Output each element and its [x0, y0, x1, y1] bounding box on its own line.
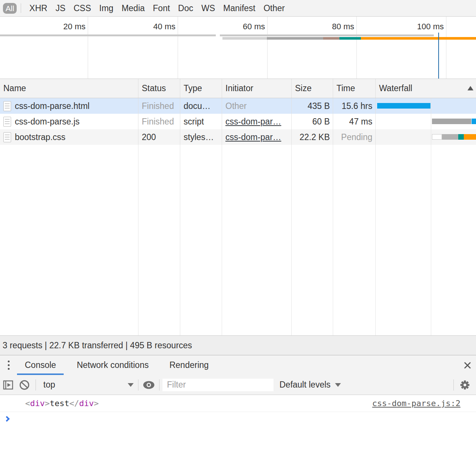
- toolbar-separator: [36, 379, 36, 391]
- filter-media[interactable]: Media: [117, 3, 149, 13]
- overview-phase-lane: [0, 17, 476, 79]
- console-prompt[interactable]: [0, 412, 476, 428]
- close-drawer-button[interactable]: [462, 360, 473, 371]
- waterfall-bar-segment: [432, 134, 442, 140]
- chevron-down-icon: [335, 383, 341, 387]
- more-tools-menu-icon[interactable]: [0, 355, 17, 375]
- network-filter-bar: All XHR JS CSS Img Media Font Doc WS Man…: [0, 0, 476, 17]
- request-size: 60 B: [292, 114, 333, 129]
- stylesheet-file-icon: [3, 132, 11, 142]
- sort-ascending-icon: [467, 86, 473, 90]
- request-row-css-dom-parse-js[interactable]: css-dom-parse.js Finished script css-dom…: [0, 114, 476, 129]
- waterfall-bar-segment: [323, 37, 339, 40]
- network-summary-bar: 3 requests | 22.7 KB transferred | 495 B…: [0, 335, 476, 355]
- filter-img[interactable]: Img: [95, 3, 117, 13]
- summary-text: 3 requests | 22.7 KB transferred | 495 B…: [3, 341, 192, 351]
- filter-manifest[interactable]: Manifest: [219, 3, 259, 13]
- filter-all-button[interactable]: All: [3, 3, 17, 14]
- column-header-initiator[interactable]: Initiator: [222, 79, 292, 98]
- live-expression-button[interactable]: [141, 377, 157, 393]
- initiator-link[interactable]: css-dom-par…: [225, 132, 281, 142]
- tab-console[interactable]: Console: [17, 355, 64, 375]
- chevron-down-icon: [128, 383, 134, 387]
- prompt-chevron-icon: [4, 416, 10, 422]
- request-name: css-dom-parse.js: [15, 117, 80, 127]
- column-header-size[interactable]: Size: [292, 79, 333, 98]
- tab-network-conditions[interactable]: Network conditions: [69, 355, 156, 375]
- filter-separator: [21, 3, 21, 13]
- waterfall-bar-segment: [458, 134, 464, 140]
- waterfall-bar-segment: [267, 37, 323, 40]
- filter-font[interactable]: Font: [149, 3, 174, 13]
- waterfall-gridline: [431, 98, 431, 335]
- filter-xhr[interactable]: XHR: [25, 3, 51, 13]
- gear-icon: [459, 379, 470, 391]
- waterfall-bar-segment: [377, 103, 430, 109]
- waterfall-bar-segment: [361, 37, 476, 40]
- column-header-type[interactable]: Type: [180, 79, 222, 98]
- circle-slash-icon: [19, 379, 30, 391]
- console-toolbar: top Default levels: [0, 375, 476, 395]
- request-name: bootstrap.css: [15, 132, 66, 142]
- waterfall-bar-segment: [432, 119, 471, 124]
- filter-css[interactable]: CSS: [70, 3, 95, 13]
- request-type: docu…: [180, 98, 222, 114]
- request-size: 22.2 KB: [292, 129, 333, 145]
- request-type: script: [180, 114, 222, 129]
- waterfall-bar-segment: [339, 37, 361, 40]
- request-type: styles…: [180, 129, 222, 145]
- console-sidebar-toggle-button[interactable]: [0, 377, 16, 393]
- eye-icon: [142, 380, 155, 390]
- request-time: 15.6 hrs: [333, 98, 376, 114]
- devtools-network-panel: All XHR JS CSS Img Media Font Doc WS Man…: [0, 0, 476, 455]
- toolbar-separator: [138, 379, 138, 391]
- filter-js[interactable]: JS: [51, 3, 70, 13]
- log-levels-dropdown[interactable]: Default levels: [279, 380, 341, 390]
- document-file-icon: [3, 101, 11, 111]
- console-message-row[interactable]: <div>test</div> css-dom-parse.js:2: [0, 395, 476, 412]
- console-filter-input[interactable]: [162, 379, 274, 391]
- waterfall-bar-segment: [222, 37, 267, 40]
- column-header-status[interactable]: Status: [138, 79, 180, 98]
- tab-rendering[interactable]: Rendering: [162, 355, 217, 375]
- filter-other[interactable]: Other: [259, 3, 289, 13]
- request-status: 200: [138, 129, 180, 145]
- waterfall-bar-segment: [464, 134, 476, 140]
- timeline-overview[interactable]: 20 ms40 ms60 ms80 ms100 ms: [0, 17, 476, 79]
- column-header-waterfall[interactable]: Waterfall: [376, 79, 476, 98]
- clear-console-button[interactable]: [16, 377, 33, 393]
- request-waterfall: [376, 98, 476, 114]
- filter-doc[interactable]: Doc: [174, 3, 197, 13]
- toolbar-separator: [453, 379, 454, 391]
- request-row-bootstrap-css[interactable]: bootstrap.css 200 styles… css-dom-par… 2…: [0, 129, 476, 145]
- dom-content-loaded-marker: [438, 33, 439, 79]
- request-status: Finished: [138, 114, 180, 129]
- filter-ws[interactable]: WS: [197, 3, 219, 13]
- request-time: Pending: [333, 129, 376, 145]
- initiator-link[interactable]: css-dom-par…: [225, 117, 281, 127]
- requests-table-body: css-dom-parse.html Finished docu… Other …: [0, 98, 476, 335]
- sidebar-panel-icon: [2, 379, 14, 391]
- drawer-tab-bar: Console Network conditions Rendering: [0, 355, 476, 375]
- toolbar-separator: [159, 379, 160, 391]
- source-location-link[interactable]: css-dom-parse.js:2: [372, 399, 460, 408]
- request-name: css-dom-parse.html: [15, 101, 90, 111]
- waterfall-bar-segment: [472, 119, 476, 124]
- script-file-icon: [3, 117, 11, 127]
- request-size: 435 B: [292, 98, 333, 114]
- console-message: <div>test</div>: [25, 399, 372, 408]
- request-waterfall: [376, 114, 476, 129]
- request-time: 47 ms: [333, 114, 376, 129]
- request-waterfall: [376, 129, 476, 145]
- request-initiator: Other: [222, 98, 292, 114]
- close-icon: [463, 361, 472, 370]
- column-header-time[interactable]: Time: [333, 79, 376, 98]
- requests-table-header: Name Status Type Initiator Size Time Wat…: [0, 79, 476, 98]
- request-status: Finished: [138, 98, 180, 114]
- console-settings-button[interactable]: [457, 377, 473, 393]
- console-output: <div>test</div> css-dom-parse.js:2: [0, 395, 476, 455]
- waterfall-bar-segment: [442, 134, 458, 140]
- request-row-css-dom-parse-html[interactable]: css-dom-parse.html Finished docu… Other …: [0, 98, 476, 114]
- column-header-name[interactable]: Name: [0, 79, 138, 98]
- execution-context-selector[interactable]: top: [37, 380, 138, 390]
